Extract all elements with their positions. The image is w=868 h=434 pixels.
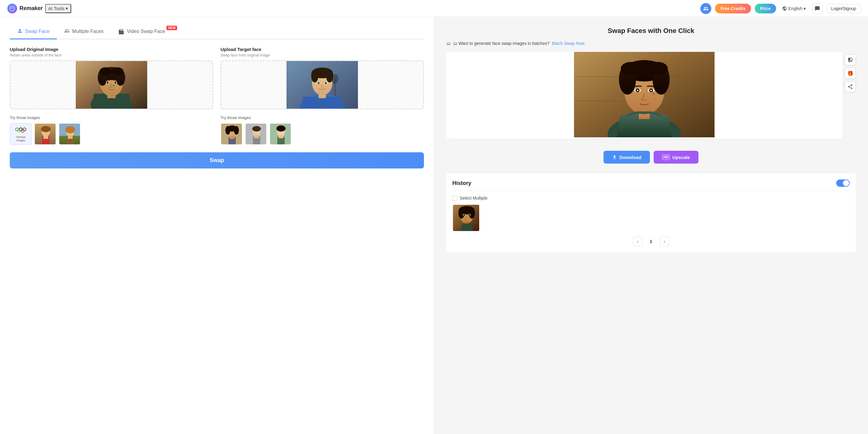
svg-point-50: [234, 126, 239, 135]
upload-target-box[interactable]: [220, 60, 424, 109]
toggle-knob: [843, 180, 849, 186]
pagination: ‹ 1 ›: [452, 237, 850, 246]
original-samples: Try those images: [10, 115, 213, 145]
batch-notice: 🗂 🗂 Want to generate face swap images in…: [446, 41, 856, 46]
batch-link[interactable]: Batch Swap Now: [552, 41, 585, 46]
ai-tools-menu[interactable]: AI Tools ▾: [45, 4, 71, 13]
sample-woman-red[interactable]: [34, 123, 56, 145]
svg-point-86: [469, 207, 475, 219]
result-image-container: [446, 52, 842, 139]
sample-woman-asian[interactable]: [269, 123, 291, 145]
brand-name: Remaker: [20, 5, 43, 11]
svg-point-15: [113, 85, 115, 86]
download-label: Download: [619, 155, 641, 160]
history-thumbs: [452, 204, 850, 232]
svg-point-14: [114, 81, 116, 84]
svg-point-9: [99, 67, 112, 75]
upload-original-section: Upload Original Image Retain areas outsi…: [10, 47, 213, 109]
share-button[interactable]: [845, 81, 856, 92]
history-toggle[interactable]: [836, 179, 850, 187]
select-multiple-row: Select Multiple: [452, 196, 850, 201]
svg-point-43: [65, 126, 75, 133]
target-sample-images: [220, 123, 424, 145]
upload-target-section: Upload Target face Swap face from origin…: [220, 47, 424, 109]
svg-rect-39: [43, 135, 48, 139]
svg-point-60: [276, 126, 285, 132]
try-target-label: Try those images: [220, 115, 424, 120]
olympic-label: Olympic Images: [11, 135, 30, 142]
svg-rect-45: [68, 135, 73, 139]
upscale-button[interactable]: HD Upscale: [654, 151, 699, 164]
svg-rect-52: [230, 136, 235, 139]
free-credits-button[interactable]: Free Credits: [715, 4, 751, 13]
multiple-faces-icon: [64, 28, 70, 35]
tab-multiple-faces[interactable]: Multiple Faces: [57, 25, 111, 39]
svg-point-28: [318, 82, 319, 84]
side-actions: 🎁: [845, 52, 856, 92]
history-header: History: [452, 179, 850, 191]
sample-man-curly[interactable]: [220, 123, 243, 145]
download-button[interactable]: Download: [603, 151, 650, 164]
tab-swap-face-label: Swap Face: [25, 29, 50, 34]
app-logo[interactable]: Remaker: [7, 4, 43, 13]
samples-row: Try those images: [10, 115, 424, 145]
free-credits-label: Free Credits: [720, 6, 746, 11]
compare-button[interactable]: [845, 54, 856, 65]
select-multiple-label: Select Multiple: [460, 196, 488, 201]
ai-tools-label: AI Tools: [48, 6, 64, 11]
swap-button-label: Swap: [210, 157, 224, 163]
login-signup-button[interactable]: Login/Signup: [827, 4, 861, 13]
original-sample-images: Olympic Images: [10, 123, 213, 145]
price-label: Price: [760, 6, 771, 11]
svg-rect-57: [254, 135, 259, 138]
svg-point-29: [325, 82, 327, 84]
svg-point-89: [463, 214, 465, 216]
notification-button[interactable]: [812, 3, 823, 14]
svg-rect-62: [279, 135, 283, 138]
history-item[interactable]: [452, 204, 480, 232]
upload-original-box[interactable]: [10, 60, 213, 109]
upload-original-title: Upload Original Image: [10, 47, 213, 52]
sample-olympic[interactable]: Olympic Images: [10, 123, 32, 145]
svg-point-37: [41, 126, 51, 132]
svg-point-81: [650, 90, 652, 91]
upload-row: Upload Original Image Retain areas outsi…: [10, 47, 424, 109]
prev-page-button[interactable]: ‹: [633, 237, 643, 246]
target-samples: Try those images: [220, 115, 424, 145]
tab-bar: Swap Face Multiple Faces 🎬 Video Swap Fa…: [10, 25, 424, 39]
next-page-button[interactable]: ›: [660, 237, 670, 246]
price-button[interactable]: Price: [755, 4, 776, 13]
tab-swap-face[interactable]: Swap Face: [10, 25, 57, 39]
swap-face-icon: [17, 28, 23, 35]
svg-rect-20: [303, 97, 342, 109]
logo-icon: [7, 4, 17, 13]
left-panel: Swap Face Multiple Faces 🎬 Video Swap Fa…: [0, 17, 434, 434]
tab-video-swap-face[interactable]: 🎬 Video Swap Face NEW: [111, 25, 178, 39]
navbar-actions: Free Credits Price English ▾ Login/Signu…: [700, 3, 861, 14]
language-selector[interactable]: English ▾: [780, 5, 808, 12]
upload-target-subtitle: Swap face from original image: [220, 53, 424, 57]
select-multiple-checkbox[interactable]: [452, 196, 457, 201]
batch-icon: 🗂: [446, 41, 451, 46]
main-layout: Swap Face Multiple Faces 🎬 Video Swap Fa…: [0, 17, 868, 434]
svg-point-25: [326, 69, 333, 82]
right-panel: Swap Faces with One Click 🗂 🗂 Want to ge…: [434, 17, 868, 434]
svg-point-85: [459, 207, 465, 219]
upscale-label: Upscale: [672, 155, 690, 160]
result-title: Swap Faces with One Click: [446, 27, 856, 35]
try-original-label: Try those images: [10, 115, 213, 120]
language-label: English: [788, 6, 802, 11]
upload-original-subtitle: Retain areas outside of the face: [10, 53, 213, 57]
olympic-rings-icon: [15, 126, 26, 134]
sample-woman-grey[interactable]: [245, 123, 267, 145]
sample-woman-field[interactable]: [59, 123, 81, 145]
users-icon-button[interactable]: [700, 3, 711, 14]
svg-point-75: [632, 60, 657, 71]
new-badge: NEW: [166, 26, 177, 30]
svg-point-55: [252, 126, 261, 132]
svg-point-24: [311, 69, 318, 82]
swap-button[interactable]: Swap: [10, 152, 424, 168]
chevron-down-icon: ▾: [66, 6, 68, 11]
gift-button[interactable]: 🎁: [845, 68, 856, 79]
history-section: History Select Multiple: [446, 173, 856, 253]
